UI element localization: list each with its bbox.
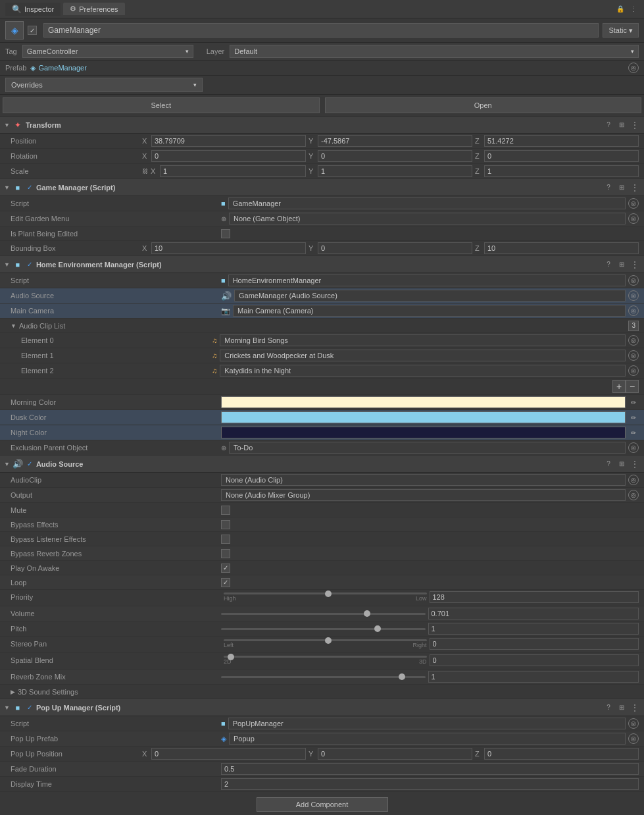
gm-enabled-toggle[interactable]: ✓: [26, 184, 34, 192]
as-audioclip-target[interactable]: ◎: [628, 475, 639, 485]
pm-more-icon[interactable]: ⋮: [630, 702, 640, 713]
more-icon[interactable]: ⋮: [628, 4, 639, 14]
gm-fold[interactable]: ▼: [4, 184, 10, 191]
bb-y-input[interactable]: [318, 242, 472, 254]
scale-link-icon[interactable]: ⛓: [142, 168, 148, 174]
as-loop-checkbox[interactable]: [221, 578, 230, 587]
layer-dropdown[interactable]: Default ▾: [230, 45, 639, 58]
select-button[interactable]: Select: [3, 97, 320, 113]
active-checkbox[interactable]: [28, 26, 37, 35]
as-bypass-effects-checkbox[interactable]: [221, 520, 230, 529]
object-name-input[interactable]: GameManager: [43, 23, 599, 38]
as-bypass-listener-checkbox[interactable]: [221, 535, 230, 544]
morning-color-edit-icon[interactable]: ✏: [628, 397, 639, 408]
bb-x-input[interactable]: [151, 242, 306, 254]
open-button[interactable]: Open: [325, 97, 642, 113]
volume-thumb[interactable]: [364, 610, 370, 617]
prefab-target[interactable]: ◎: [628, 63, 639, 73]
hm-exclusion-field[interactable]: To-Do: [229, 442, 626, 454]
element-2-target[interactable]: ◎: [628, 365, 639, 376]
pm-display-value[interactable]: [221, 778, 639, 790]
tag-dropdown[interactable]: GameController ▾: [22, 45, 193, 58]
rot-x-input[interactable]: [151, 150, 306, 162]
clip-remove-button[interactable]: −: [626, 380, 639, 393]
pm-pos-x-input[interactable]: [151, 748, 306, 760]
rot-z-input[interactable]: [484, 150, 639, 162]
lock-icon[interactable]: 🔒: [615, 4, 626, 14]
as-help-icon[interactable]: ?: [603, 459, 614, 469]
as-more-icon[interactable]: ⋮: [630, 459, 640, 469]
as-play-on-awake-checkbox[interactable]: [221, 564, 230, 573]
object-icon[interactable]: ◈: [5, 21, 24, 39]
pm-help-icon[interactable]: ?: [603, 702, 614, 713]
as-audioclip-field[interactable]: None (Audio Clip): [221, 474, 626, 486]
gm-help-icon[interactable]: ?: [603, 182, 614, 193]
overrides-button[interactable]: Overrides ▾: [5, 78, 203, 92]
hm-script-field[interactable]: HomeEnvironmentManager: [228, 275, 626, 286]
inspector-tab[interactable]: 🔍 Inspector: [5, 3, 61, 16]
gm-edit-garden-field[interactable]: None (Game Object): [229, 213, 626, 224]
pm-presets-icon[interactable]: ⊞: [616, 702, 627, 713]
hm-more-icon[interactable]: ⋮: [630, 259, 640, 270]
stereo-pan-value[interactable]: [430, 638, 639, 650]
element-0-field[interactable]: Morning Bird Songs: [220, 334, 626, 346]
hm-fold[interactable]: ▼: [4, 261, 10, 268]
pm-fade-value[interactable]: [221, 763, 639, 775]
morning-color-swatch[interactable]: [221, 396, 626, 408]
spatial-blend-thumb[interactable]: [228, 654, 234, 660]
preferences-tab[interactable]: ⚙ Preferences: [63, 3, 124, 15]
clip-list-fold[interactable]: ▼: [11, 323, 16, 329]
hm-help-icon[interactable]: ?: [603, 259, 614, 270]
reverb-value[interactable]: [428, 671, 639, 683]
transform-presets-icon[interactable]: ⊞: [616, 120, 627, 130]
rot-y-input[interactable]: [318, 150, 472, 162]
pm-prefab-target[interactable]: ◎: [628, 733, 639, 744]
night-color-swatch[interactable]: [221, 427, 626, 438]
as-fold[interactable]: ▼: [4, 461, 10, 467]
add-component-button[interactable]: Add Component: [257, 797, 388, 812]
gm-presets-icon[interactable]: ⊞: [616, 182, 627, 193]
hm-main-camera-target[interactable]: ◎: [628, 305, 639, 316]
clip-add-button[interactable]: +: [612, 380, 626, 393]
pm-fold[interactable]: ▼: [4, 704, 10, 711]
transform-more-icon[interactable]: ⋮: [630, 120, 640, 130]
gm-edit-garden-target[interactable]: ◎: [628, 213, 639, 224]
pm-script-field[interactable]: PopUpManager: [228, 718, 626, 729]
hm-exclusion-target[interactable]: ◎: [628, 442, 639, 453]
scale-z-input[interactable]: [484, 165, 639, 177]
pm-pos-y-input[interactable]: [318, 748, 472, 760]
sound-settings-fold[interactable]: ▶: [11, 689, 15, 695]
pos-y-input[interactable]: -47.5867: [318, 135, 472, 147]
dusk-color-edit-icon[interactable]: ✏: [628, 412, 639, 423]
active-toggle[interactable]: [28, 26, 37, 35]
hm-audio-source-field[interactable]: GameManager (Audio Source): [234, 290, 626, 302]
pm-pos-z-input[interactable]: [484, 748, 639, 760]
spatial-blend-value[interactable]: [430, 654, 639, 666]
hm-presets-icon[interactable]: ⊞: [616, 259, 627, 270]
hm-script-target[interactable]: ◎: [628, 275, 639, 286]
pos-z-input[interactable]: 51.4272: [484, 135, 639, 147]
scale-x-input[interactable]: [160, 165, 306, 177]
dusk-color-swatch[interactable]: [221, 411, 626, 423]
pm-prefab-field[interactable]: Popup: [229, 733, 626, 745]
gm-more-icon[interactable]: ⋮: [630, 182, 640, 193]
as-enabled-toggle[interactable]: ✓: [26, 460, 34, 468]
pm-enabled-toggle[interactable]: ✓: [26, 704, 34, 712]
element-1-target[interactable]: ◎: [628, 350, 639, 361]
pitch-value[interactable]: [428, 623, 639, 635]
pos-x-input[interactable]: 38.79709: [151, 135, 306, 147]
transform-fold[interactable]: ▼: [4, 122, 10, 128]
stereo-pan-thumb[interactable]: [325, 637, 332, 644]
bb-z-input[interactable]: [484, 242, 639, 254]
hm-enabled-toggle[interactable]: ✓: [26, 261, 34, 269]
element-2-field[interactable]: Katydids in the Night: [220, 365, 626, 377]
transform-help-icon[interactable]: ?: [603, 120, 614, 130]
reverb-thumb[interactable]: [399, 673, 405, 680]
hm-main-camera-field[interactable]: Main Camera (Camera): [233, 305, 626, 317]
as-output-target[interactable]: ◎: [628, 490, 639, 500]
gm-script-field[interactable]: GameManager: [228, 197, 626, 209]
priority-thumb[interactable]: [325, 591, 332, 597]
as-presets-icon[interactable]: ⊞: [616, 459, 627, 469]
static-button[interactable]: Static ▾: [603, 23, 639, 38]
element-1-field[interactable]: Crickets and Woodpecker at Dusk: [220, 350, 626, 361]
